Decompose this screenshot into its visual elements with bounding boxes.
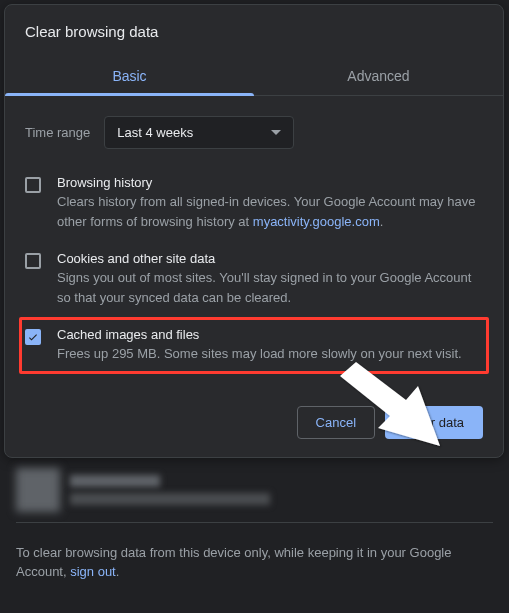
time-range-row: Time range Last 4 weeks <box>5 96 503 155</box>
option-desc: Signs you out of most sites. You'll stay… <box>57 268 483 307</box>
checkbox-cached[interactable] <box>25 329 41 345</box>
cancel-button[interactable]: Cancel <box>297 406 375 439</box>
redacted-account-row <box>0 462 509 512</box>
checkbox-cookies[interactable] <box>25 253 41 269</box>
option-desc: Frees up 295 MB. Some sites may load mor… <box>57 344 462 364</box>
tabs: Basic Advanced <box>5 58 503 96</box>
clear-data-button[interactable]: Clear data <box>385 406 483 439</box>
sign-out-link[interactable]: sign out <box>70 564 116 579</box>
redacted-line <box>70 493 270 505</box>
option-browsing-history: Browsing history Clears history from all… <box>19 165 489 241</box>
option-title: Cookies and other site data <box>57 251 483 266</box>
time-range-value: Last 4 weeks <box>117 125 193 140</box>
tab-basic[interactable]: Basic <box>5 58 254 95</box>
redacted-line <box>70 475 160 487</box>
time-range-select[interactable]: Last 4 weeks <box>104 116 294 149</box>
dialog-buttons: Cancel Clear data <box>5 390 503 457</box>
option-title: Cached images and files <box>57 327 462 342</box>
option-title: Browsing history <box>57 175 483 190</box>
option-text: Cookies and other site data Signs you ou… <box>57 251 483 307</box>
option-text: Cached images and files Frees up 295 MB.… <box>57 327 462 364</box>
redacted-avatar <box>16 468 60 512</box>
option-desc: Clears history from all signed-in device… <box>57 192 483 231</box>
clear-browsing-data-dialog: Clear browsing data Basic Advanced Time … <box>4 4 504 458</box>
myactivity-link[interactable]: myactivity.google.com <box>253 214 380 229</box>
dialog-title: Clear browsing data <box>5 5 503 58</box>
options-list: Browsing history Clears history from all… <box>5 155 503 390</box>
option-cookies: Cookies and other site data Signs you ou… <box>19 241 489 317</box>
time-range-label: Time range <box>25 125 90 140</box>
option-cached: Cached images and files Frees up 295 MB.… <box>19 317 489 374</box>
option-text: Browsing history Clears history from all… <box>57 175 483 231</box>
footer-text: To clear browsing data from this device … <box>0 533 509 596</box>
checkbox-browsing-history[interactable] <box>25 177 41 193</box>
tab-advanced[interactable]: Advanced <box>254 58 503 95</box>
chevron-down-icon <box>271 130 281 135</box>
check-icon <box>27 331 39 343</box>
divider <box>16 522 493 523</box>
